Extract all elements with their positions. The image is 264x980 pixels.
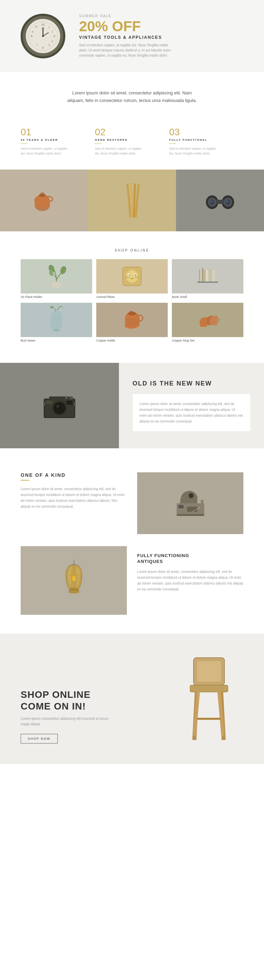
shop-grid: Air Plant Holder xyxy=(21,259,243,342)
svg-rect-24 xyxy=(215,200,225,204)
discount-text: 20% OFF xyxy=(79,19,243,33)
stat-item-1: 01 30 YEARS & OLDER Sed ut interdum sapi… xyxy=(21,127,95,156)
svg-point-75 xyxy=(189,494,193,497)
shop-come-in-content: SHOP ONLINE COME ON IN! Lorem ipsum cons… xyxy=(21,689,143,743)
svg-point-86 xyxy=(69,590,79,593)
shop-now-button[interactable]: SHOP NOW xyxy=(21,734,58,743)
shop-section: SHOP ONLINE Air Plant Holder xyxy=(0,231,264,356)
stat-item-2: 02 HAND RESTORED Sed ut interdum sapien,… xyxy=(95,127,169,156)
shop-come-in-section: SHOP ONLINE COME ON IN! Lorem ipsum cons… xyxy=(0,634,264,764)
svg-rect-46 xyxy=(197,282,218,283)
shop-item-name-4: Bud Vases xyxy=(21,339,92,342)
stat-divider-2 xyxy=(95,143,102,144)
svg-rect-49 xyxy=(206,270,208,282)
lantern-image xyxy=(21,546,127,616)
shop-come-in-title: SHOP ONLINE COME ON IN! xyxy=(21,689,110,712)
shop-image-plants xyxy=(21,259,92,293)
svg-point-31 xyxy=(51,282,62,288)
svg-text:12: 12 xyxy=(42,23,45,26)
stats-section: 01 30 YEARS & OLDER Sed ut interdum sapi… xyxy=(0,127,264,170)
svg-point-41 xyxy=(135,275,136,276)
stat-number-1: 01 xyxy=(21,127,95,138)
hero-description: Sed ut interdum sapien, at sagittis dui.… xyxy=(79,43,175,58)
shop-item-name-3: Book Shelf xyxy=(172,295,243,299)
gallery-section xyxy=(0,170,264,231)
svg-rect-92 xyxy=(190,685,228,692)
svg-rect-52 xyxy=(199,269,200,282)
svg-rect-53 xyxy=(202,268,203,282)
one-kind-gold-line xyxy=(21,480,29,480)
svg-rect-98 xyxy=(197,718,221,720)
shop-image-vase xyxy=(21,303,92,337)
shop-item-6[interactable]: Copper Mug Set xyxy=(172,303,243,342)
shop-item-name-5: Copper Kettle xyxy=(96,339,168,342)
svg-text:4: 4 xyxy=(51,40,53,43)
svg-point-71 xyxy=(70,396,73,399)
stat-desc-1: Sed ut interdum sapien, ut sagittis dui.… xyxy=(21,146,69,156)
svg-point-15 xyxy=(42,35,44,37)
stat-title-2: HAND RESTORED xyxy=(95,138,169,142)
svg-rect-77 xyxy=(201,500,203,515)
sale-label: SUMMER SALE xyxy=(79,14,243,18)
fully-title: FULLY FUNCTIONINGANTIQUES xyxy=(137,553,243,565)
svg-rect-70 xyxy=(46,401,53,404)
fully-content: FULLY FUNCTIONINGANTIQUES Lorem ipsum do… xyxy=(137,546,243,616)
svg-point-57 xyxy=(128,312,136,315)
shop-image-copper-kettle xyxy=(96,303,168,337)
shop-item-name-1: Air Plant Holder xyxy=(21,295,92,299)
one-kind-section: ONE OF A KIND Lorem ipsum dolor sit amet… xyxy=(0,455,264,634)
stat-title-1: 30 YEARS & OLDER xyxy=(21,138,95,142)
shop-item-3[interactable]: Book Shelf xyxy=(172,259,243,299)
hero-clock-image: 12 3 6 9 11 10 8 1 2 4 5 7 xyxy=(21,14,65,58)
svg-point-30 xyxy=(227,201,228,202)
shop-item-2[interactable]: Animal Pillow xyxy=(96,259,168,299)
shop-come-in-description: Lorem ipsum consectetur adipiscing elit … xyxy=(21,716,117,727)
stat-title-3: FULLY FUNCTIONAL xyxy=(169,138,243,142)
svg-rect-78 xyxy=(177,514,204,516)
svg-rect-50 xyxy=(209,269,212,282)
svg-point-55 xyxy=(50,306,54,309)
fully-description: Lorem ipsum dolor sit amet, consectetur … xyxy=(137,569,243,592)
gallery-image-sticks xyxy=(88,170,176,231)
svg-rect-68 xyxy=(43,402,45,406)
hero-content: SUMMER SALE 20% OFF VINTAGE TOOLS & APPL… xyxy=(79,14,243,58)
svg-text:7: 7 xyxy=(36,44,37,46)
shop-item-1[interactable]: Air Plant Holder xyxy=(21,259,92,299)
old-new-camera-image xyxy=(0,363,119,448)
svg-text:8: 8 xyxy=(32,30,34,33)
stat-item-3: 03 FULLY FUNCTIONAL Sed ut interdum sapi… xyxy=(169,127,243,156)
svg-point-37 xyxy=(126,270,138,283)
svg-text:6: 6 xyxy=(42,46,44,49)
gallery-item-3 xyxy=(176,170,264,231)
svg-text:10: 10 xyxy=(35,25,37,28)
svg-point-29 xyxy=(211,201,212,202)
shop-image-copper-mugs xyxy=(172,303,243,337)
old-new-text-box: Lorem ipsum dolor sit amet, consectetur … xyxy=(133,394,250,431)
old-new-content: OLD IS THE NEW NEW Lorem ipsum dolor sit… xyxy=(119,363,264,448)
svg-rect-67 xyxy=(66,401,72,405)
gallery-item-1 xyxy=(0,170,88,231)
stat-number-2: 02 xyxy=(95,127,169,138)
one-kind-left: ONE OF A KIND Lorem ipsum dolor sit amet… xyxy=(21,473,127,536)
shop-item-4[interactable]: Bud Vases xyxy=(21,303,92,342)
svg-point-58 xyxy=(126,318,138,326)
gallery-image-kettle xyxy=(0,170,88,231)
svg-rect-80 xyxy=(178,505,184,508)
clock-svg: 12 3 6 9 11 10 8 1 2 4 5 7 xyxy=(27,21,58,51)
old-new-title: OLD IS THE NEW NEW xyxy=(133,380,250,387)
svg-rect-51 xyxy=(212,270,215,282)
stat-desc-3: Sed ut interdum sapien, ut sagittis dui.… xyxy=(169,146,217,156)
svg-text:3: 3 xyxy=(54,35,55,38)
svg-text:9: 9 xyxy=(31,35,33,38)
old-new-description: Lorem ipsum dolor sit amet, consectetur … xyxy=(139,401,243,424)
old-new-section: OLD IS THE NEW NEW Lorem ipsum dolor sit… xyxy=(0,363,264,448)
shop-item-5[interactable]: Copper Kettle xyxy=(96,303,168,342)
svg-point-72 xyxy=(65,396,68,399)
shop-section-label: SHOP ONLINE xyxy=(21,248,243,252)
svg-rect-91 xyxy=(197,661,221,682)
gallery-item-2 xyxy=(88,170,176,231)
stat-number-3: 03 xyxy=(169,127,243,138)
svg-point-40 xyxy=(129,275,130,276)
one-kind-sewing-image xyxy=(137,473,243,536)
svg-text:2: 2 xyxy=(51,30,53,33)
